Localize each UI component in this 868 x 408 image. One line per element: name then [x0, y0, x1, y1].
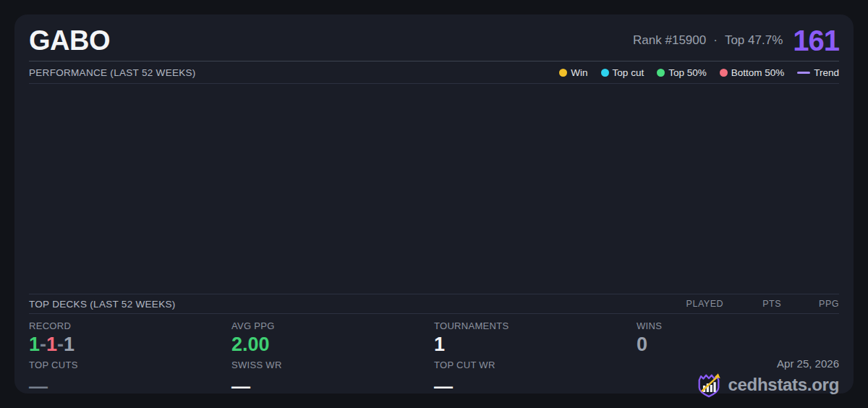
- brand-row: cedhstats.org: [695, 371, 839, 399]
- top-decks-header: TOP DECKS (LAST 52 WEEKS) PLAYED PTS PPG: [29, 294, 839, 313]
- legend-label: Win: [571, 67, 587, 78]
- top-cut-wr-label: TOP CUT WR: [434, 360, 637, 370]
- stat-tournaments: TOURNAMENTS 1 TOP CUT WR —: [434, 320, 637, 396]
- record-separator: -: [40, 333, 46, 355]
- bottom50-dot-icon: [720, 69, 728, 77]
- top-cut-wr-value: —: [434, 377, 637, 396]
- record-value: 1-1-1: [29, 333, 231, 356]
- topcut-dot-icon: [601, 69, 609, 77]
- column-ppg: PPG: [781, 299, 839, 309]
- player-stats-card: GABO Rank #15900 · Top 47.7% 161 PERFORM…: [14, 14, 854, 394]
- avg-ppg-value: 2.00: [231, 333, 434, 356]
- avg-ppg-label: AVG PPG: [231, 320, 434, 331]
- rank-line: Rank #15900 · Top 47.7%: [633, 33, 783, 48]
- player-name: GABO: [29, 25, 110, 56]
- record-losses: 1: [46, 333, 57, 355]
- player-score: 161: [793, 25, 839, 57]
- tournaments-value: 1: [434, 333, 637, 356]
- top-cuts-value: —: [29, 377, 231, 396]
- header-right: Rank #15900 · Top 47.7% 161: [633, 25, 839, 57]
- legend-item-topcut: Top cut: [601, 67, 644, 78]
- legend-item-win: Win: [559, 67, 587, 78]
- legend-item-bottom50: Bottom 50%: [720, 67, 785, 78]
- top-decks-columns: PLAYED PTS PPG: [665, 299, 839, 309]
- chart-legend: Win Top cut Top 50% Bottom 50% Trend: [559, 67, 839, 78]
- top50-dot-icon: [657, 69, 665, 77]
- tournaments-label: TOURNAMENTS: [434, 320, 637, 331]
- card-header: GABO Rank #15900 · Top 47.7% 161: [29, 14, 839, 61]
- performance-title: PERFORMANCE (LAST 52 WEEKS): [29, 67, 196, 78]
- legend-label: Top 50%: [668, 67, 707, 78]
- footer-date: Apr 25, 2026: [777, 357, 839, 370]
- column-played: PLAYED: [665, 299, 723, 309]
- stat-record: RECORD 1-1-1 TOP CUTS —: [29, 320, 231, 396]
- performance-chart-area: [29, 84, 839, 294]
- wins-label: WINS: [637, 320, 839, 331]
- brand-text: cedhstats.org: [728, 375, 839, 395]
- record-wins: 1: [29, 333, 40, 355]
- trend-line-icon: [797, 72, 810, 74]
- top-decks-title: TOP DECKS (LAST 52 WEEKS): [29, 299, 176, 310]
- legend-item-top50: Top 50%: [657, 67, 707, 78]
- record-draws: 1: [64, 333, 75, 355]
- rank-separator: ·: [713, 33, 718, 48]
- wins-value: 0: [637, 333, 839, 356]
- cedhstats-shield-logo-icon: [695, 371, 723, 399]
- performance-header: PERFORMANCE (LAST 52 WEEKS) Win Top cut …: [29, 61, 839, 83]
- stats-footer: RECORD 1-1-1 TOP CUTS — AVG PPG 2.00 SWI…: [29, 314, 839, 396]
- legend-label: Bottom 50%: [731, 67, 785, 78]
- top-cuts-label: TOP CUTS: [29, 360, 231, 370]
- swiss-wr-label: SWISS WR: [231, 360, 434, 370]
- record-label: RECORD: [29, 320, 231, 331]
- legend-label: Top cut: [613, 67, 644, 78]
- legend-label: Trend: [814, 67, 839, 78]
- footer-branding: Apr 25, 2026 cedhstats.org: [695, 357, 839, 399]
- win-dot-icon: [559, 69, 567, 77]
- swiss-wr-value: —: [231, 377, 434, 396]
- top-percent-text: Top 47.7%: [725, 33, 783, 48]
- rank-text: Rank #15900: [633, 33, 706, 48]
- record-separator: -: [57, 333, 64, 355]
- legend-item-trend: Trend: [797, 67, 839, 78]
- column-pts: PTS: [723, 299, 781, 309]
- stat-avg-ppg: AVG PPG 2.00 SWISS WR —: [231, 320, 434, 396]
